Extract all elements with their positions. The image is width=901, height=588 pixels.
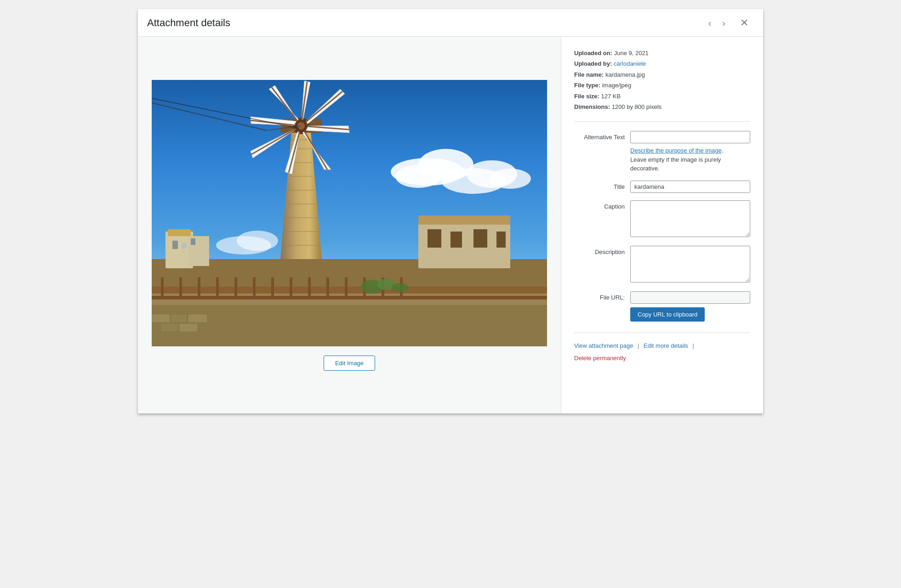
svg-point-6 <box>490 169 531 189</box>
description-row: Description <box>574 246 750 284</box>
view-attachment-link[interactable]: View attachment page <box>574 342 633 349</box>
alt-text-link[interactable]: Describe the purpose of the image <box>630 147 722 154</box>
alt-text-field: Describe the purpose of the image. Leave… <box>630 131 750 173</box>
svg-rect-13 <box>168 229 191 236</box>
caption-row: Caption <box>574 200 750 238</box>
caption-label: Caption <box>574 200 625 210</box>
footer-separator-1: | <box>638 342 639 349</box>
svg-rect-14 <box>172 241 178 249</box>
image-panel: Edit Image <box>138 37 561 413</box>
svg-point-3 <box>395 165 441 188</box>
svg-point-8 <box>237 231 278 251</box>
file-size-label: File size: <box>574 93 599 100</box>
svg-rect-20 <box>428 229 441 248</box>
svg-rect-32 <box>271 277 274 298</box>
main-image <box>152 80 547 346</box>
description-textarea[interactable] <box>630 246 750 283</box>
footer-links: View attachment page | Edit more details… <box>574 333 750 364</box>
attachment-details-modal: Attachment details ‹ › ✕ <box>138 9 763 413</box>
title-field <box>630 181 750 193</box>
description-label: Description <box>574 246 625 255</box>
next-button[interactable]: › <box>717 15 731 31</box>
svg-rect-24 <box>152 287 547 294</box>
svg-rect-19 <box>418 215 510 225</box>
form-section: Alternative Text Describe the purpose of… <box>574 131 750 322</box>
edit-image-button[interactable]: Edit Image <box>324 356 375 371</box>
alt-text-hint: Describe the purpose of the image. Leave… <box>630 146 750 173</box>
footer-separator-2: | <box>693 342 694 349</box>
file-name-row: File name: kardamena.jpg <box>574 69 750 80</box>
svg-rect-34 <box>308 277 311 298</box>
modal-body: Edit Image Uploaded on: June 9, 2021 Upl… <box>138 37 763 413</box>
svg-rect-75 <box>152 314 170 322</box>
file-size-value: 127 KB <box>601 93 621 100</box>
alt-text-hint-text: Leave empty if the image is purely decor… <box>630 156 721 172</box>
file-type-value: image/jpeg <box>602 82 632 89</box>
svg-rect-79 <box>179 323 198 332</box>
uploaded-by-label: Uploaded by: <box>574 60 612 67</box>
edit-details-link[interactable]: Edit more details <box>644 342 688 349</box>
title-input[interactable] <box>630 181 750 193</box>
svg-rect-78 <box>161 323 178 332</box>
svg-rect-15 <box>182 243 186 249</box>
uploaded-on-label: Uploaded on: <box>574 50 612 57</box>
description-field <box>630 246 750 284</box>
image-container <box>152 80 547 346</box>
dimensions-row: Dimensions: 1200 by 800 pixels <box>574 102 750 112</box>
delete-permanently-link[interactable]: Delete permanently <box>574 353 750 363</box>
svg-rect-30 <box>234 277 237 298</box>
caption-field <box>630 200 750 238</box>
file-size-row: File size: 127 KB <box>574 91 750 102</box>
file-url-label: File URL: <box>574 291 625 301</box>
svg-rect-74 <box>152 310 547 346</box>
svg-rect-23 <box>496 232 506 248</box>
file-type-label: File type: <box>574 82 600 89</box>
svg-rect-28 <box>198 277 200 298</box>
modal-header: Attachment details ‹ › ✕ <box>138 9 763 37</box>
svg-rect-21 <box>450 232 462 248</box>
file-info-section: Uploaded on: June 9, 2021 Uploaded by: c… <box>574 48 750 122</box>
copy-url-button[interactable]: Copy URL to clipboard <box>630 307 705 322</box>
svg-rect-29 <box>216 277 219 298</box>
modal-title: Attachment details <box>147 17 703 29</box>
dimensions-value: 1200 by 800 pixels <box>612 103 661 110</box>
svg-rect-36 <box>345 277 348 298</box>
svg-point-82 <box>392 283 408 292</box>
uploaded-by-link[interactable]: carlodaniele <box>614 60 646 67</box>
svg-rect-17 <box>191 238 195 245</box>
close-button[interactable]: ✕ <box>735 14 754 32</box>
uploaded-on-value: June 9, 2021 <box>614 50 649 57</box>
svg-rect-33 <box>290 277 292 298</box>
svg-rect-76 <box>171 314 187 322</box>
caption-textarea[interactable] <box>630 200 750 237</box>
file-url-input[interactable] <box>630 291 750 304</box>
file-type-row: File type: image/jpeg <box>574 80 750 90</box>
svg-rect-77 <box>188 314 207 322</box>
title-row: Title <box>574 181 750 193</box>
file-name-value: kardamena.jpg <box>605 71 645 78</box>
svg-rect-22 <box>473 229 487 248</box>
svg-rect-35 <box>326 277 329 298</box>
alt-text-row: Alternative Text Describe the purpose of… <box>574 131 750 173</box>
svg-rect-25 <box>152 296 547 300</box>
file-url-field: Copy URL to clipboard <box>630 291 750 322</box>
dimensions-label: Dimensions: <box>574 103 610 110</box>
details-panel: Uploaded on: June 9, 2021 Uploaded by: c… <box>561 37 763 413</box>
svg-rect-26 <box>161 277 164 298</box>
uploaded-by-row: Uploaded by: carlodaniele <box>574 58 750 69</box>
svg-rect-27 <box>179 277 182 298</box>
alt-text-input[interactable] <box>630 131 750 143</box>
title-label: Title <box>574 181 625 190</box>
alt-text-label: Alternative Text <box>574 131 625 141</box>
svg-rect-31 <box>253 277 256 298</box>
header-nav: ‹ › ✕ <box>703 14 754 32</box>
prev-button[interactable]: ‹ <box>703 15 717 31</box>
file-url-row: File URL: Copy URL to clipboard <box>574 291 750 322</box>
file-name-label: File name: <box>574 71 604 78</box>
uploaded-on-row: Uploaded on: June 9, 2021 <box>574 48 750 58</box>
